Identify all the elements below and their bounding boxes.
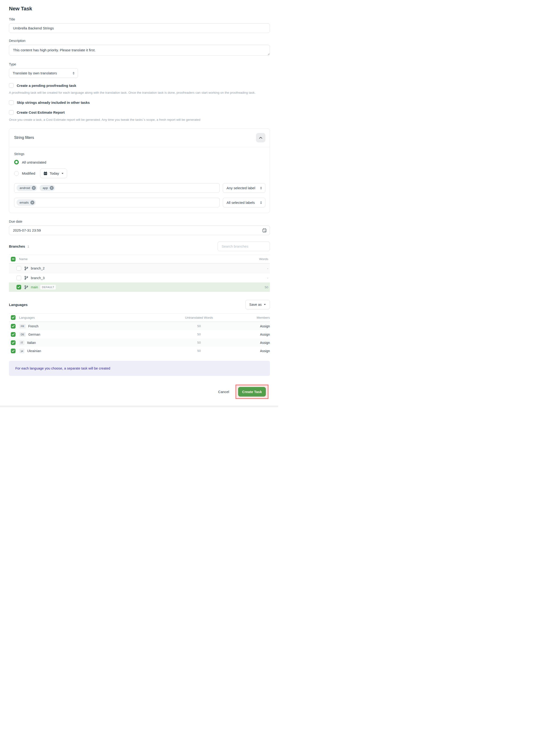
proofreading-checkbox-label: Create a pending proofreading task (17, 83, 76, 87)
language-checkbox[interactable] (11, 324, 15, 329)
due-date-label: Due date (9, 220, 270, 223)
caret-down-icon (264, 304, 266, 305)
title-field: Title (9, 17, 270, 33)
modified-date-dropdown[interactable]: Today (40, 168, 67, 178)
strings-label: Strings (14, 152, 266, 156)
cancel-button[interactable]: Cancel (218, 390, 229, 394)
cost-estimate-hint: Once you create a task, a Cost Estimate … (9, 117, 270, 122)
table-row[interactable]: ук Ukrainian 50 Assign (9, 347, 270, 355)
assign-link[interactable]: Assign (260, 349, 270, 353)
git-branch-icon (24, 276, 28, 280)
assign-link[interactable]: Assign (260, 341, 270, 345)
description-field: Description This content has high priori… (9, 39, 270, 56)
languages-note: For each language you choose, a separate… (9, 361, 270, 376)
calendar-icon[interactable] (263, 228, 266, 232)
type-select-value: Translate by own translators (13, 71, 57, 75)
label-mode-select-2[interactable]: All selected labels (223, 198, 266, 207)
cost-estimate-checkbox[interactable] (9, 110, 14, 115)
proofreading-checkbox-row: Create a pending proofreading task (9, 83, 270, 88)
collapse-string-filters-button[interactable] (256, 133, 266, 142)
branch-name: branch_2 (31, 266, 44, 270)
table-row[interactable]: branch_3 - (9, 273, 270, 282)
language-name: French (28, 324, 39, 328)
select-all-branches-checkbox[interactable] (11, 257, 15, 262)
assign-link[interactable]: Assign (260, 324, 270, 328)
modified-radio-row: Modified Today (14, 168, 266, 178)
up-down-caret-icon (260, 201, 262, 204)
proofreading-hint: A proofreading task will be created for … (9, 90, 270, 95)
string-filters-card: String filters Strings All untranslated … (9, 128, 270, 213)
labels-input-2[interactable]: emails ✕ (14, 198, 220, 207)
modified-radio-label: Modified (22, 172, 35, 175)
modified-date-value: Today (50, 172, 59, 175)
branch-name: branch_3 (31, 276, 44, 280)
page-title: New Task (9, 6, 270, 12)
branches-table-header: Name Words (9, 255, 270, 264)
assign-link[interactable]: Assign (260, 333, 270, 336)
language-checkbox[interactable] (11, 332, 15, 337)
language-code-badge: DE (19, 332, 26, 337)
create-task-button[interactable]: Create Task (238, 387, 266, 396)
git-branch-icon (24, 266, 28, 270)
languages-table: Languages Untranslated Words Members FR … (9, 313, 270, 355)
language-name: Ukrainian (27, 349, 41, 353)
description-input[interactable]: This content has high priority. Please t… (9, 45, 270, 55)
languages-column-untranslated: Untranslated Words (157, 316, 242, 319)
title-input[interactable] (9, 23, 270, 33)
save-as-label: Save as (249, 303, 262, 306)
default-branch-badge: DEFAULT (40, 285, 56, 290)
labels-input-1[interactable]: android ✕ app ✕ (14, 183, 220, 193)
select-all-languages-checkbox[interactable] (11, 315, 15, 320)
table-row[interactable]: FR French 50 Assign (9, 322, 270, 330)
language-checkbox[interactable] (11, 340, 15, 345)
label-mode-select-1[interactable]: Any selected label (223, 183, 266, 193)
label-chip-text: android (20, 186, 30, 190)
save-as-button[interactable]: Save as (245, 300, 270, 309)
proofreading-checkbox[interactable] (9, 83, 14, 88)
branches-column-words: Words (259, 257, 270, 261)
cost-estimate-checkbox-label: Create Cost Estimate Report (17, 110, 65, 114)
table-row[interactable]: main DEFAULT 50 (9, 282, 270, 292)
viewport-bottom-edge (0, 406, 278, 407)
branch-checkbox[interactable] (16, 276, 21, 280)
table-row[interactable]: IT Italian 50 Assign (9, 338, 270, 347)
label-mode-value: Any selected label (227, 186, 255, 190)
remove-chip-icon[interactable]: ✕ (32, 186, 36, 190)
table-row[interactable]: DE German 50 Assign (9, 330, 270, 338)
languages-table-header: Languages Untranslated Words Members (9, 313, 270, 322)
up-down-caret-icon (260, 186, 262, 190)
remove-chip-icon[interactable]: ✕ (50, 186, 54, 190)
all-untranslated-radio-row: All untranslated (14, 159, 266, 165)
click-target-highlight: Create Task (236, 385, 269, 399)
branch-checkbox[interactable] (16, 266, 21, 271)
table-row[interactable]: branch_2 - (9, 264, 270, 273)
language-name: Italian (27, 341, 36, 345)
new-task-page: New Task Title Description This content … (0, 0, 278, 399)
skip-strings-checkbox-row: Skip strings already included in other t… (9, 100, 270, 105)
language-checkbox[interactable] (11, 349, 15, 353)
string-filters-header: String filters (9, 128, 270, 147)
all-untranslated-radio-label: All untranslated (22, 160, 46, 164)
branches-section-header: Branches1 (9, 241, 270, 251)
modified-radio[interactable] (14, 171, 19, 176)
untranslated-words: 50 (157, 333, 242, 336)
languages-label: Languages (9, 303, 28, 307)
due-date-input[interactable] (9, 225, 270, 235)
label-filter-row-2: emails ✕ All selected labels (14, 198, 266, 207)
language-code-badge: IT (19, 340, 25, 345)
branches-count: 1 (27, 245, 29, 248)
label-chip: emails ✕ (16, 199, 36, 206)
branch-search-input[interactable] (218, 241, 270, 251)
untranslated-words: 50 (157, 341, 242, 344)
branch-checkbox[interactable] (16, 285, 21, 290)
language-code-badge: ук (19, 349, 25, 353)
label-mode-value: All selected labels (227, 200, 255, 204)
skip-strings-checkbox[interactable] (9, 100, 14, 105)
type-field: Type Translate by own translators (9, 62, 270, 78)
branch-name: main (31, 285, 38, 289)
untranslated-words: 50 (157, 349, 242, 352)
remove-chip-icon[interactable]: ✕ (30, 200, 34, 204)
string-filters-body: Strings All untranslated Modified Today (9, 147, 270, 213)
all-untranslated-radio[interactable] (14, 160, 19, 164)
type-select[interactable]: Translate by own translators (9, 68, 78, 78)
